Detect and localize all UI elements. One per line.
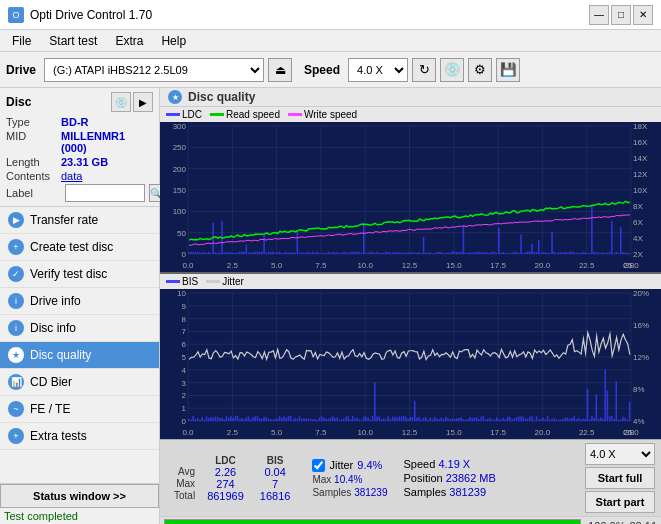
stats-max-row: Max 274 7 <box>166 478 298 490</box>
bottom-chart-legend: BIS Jitter <box>160 274 661 289</box>
position-val: 23862 MB <box>446 472 496 484</box>
type-value: BD-R <box>61 116 89 128</box>
drive-select[interactable]: (G:) ATAPI iHBS212 2.5L09 <box>44 58 264 82</box>
stats-total-row: Total 861969 16816 <box>166 490 298 502</box>
disc-arrow-btn[interactable]: ▶ <box>133 92 153 112</box>
start-full-button[interactable]: Start full <box>585 467 655 489</box>
label-row: Label 🔍 <box>6 184 153 202</box>
status-text: Test completed <box>0 508 159 524</box>
disc-length-row: Length 23.31 GB <box>6 156 153 168</box>
menu-start-test[interactable]: Start test <box>41 32 105 50</box>
toolbar: Drive (G:) ATAPI iHBS212 2.5L09 ⏏ Speed … <box>0 52 661 88</box>
label-input[interactable] <box>65 184 145 202</box>
jitter-header: Jitter 9.4% <box>312 459 387 472</box>
nav-disc-info[interactable]: i Disc info <box>0 315 159 342</box>
jitter-legend-color <box>206 280 220 283</box>
nav-drive-info[interactable]: i Drive info <box>0 288 159 315</box>
nav-label-disc-info: Disc info <box>30 321 76 335</box>
close-button[interactable]: ✕ <box>633 5 653 25</box>
bottom-chart-canvas <box>160 289 661 439</box>
type-label: Type <box>6 116 61 128</box>
disc-panel: Disc 💿 ▶ Type BD-R MID MILLENMR1 (000) L… <box>0 88 159 207</box>
jitter-max-val: 10.4% <box>334 474 362 485</box>
disc-icon-btn[interactable]: 💿 <box>440 58 464 82</box>
title-bar: O Opti Drive Control 1.70 — □ ✕ <box>0 0 661 30</box>
test-speed-select[interactable]: 4.0 X <box>585 443 655 465</box>
extra-tests-icon: + <box>8 428 24 444</box>
top-chart-panel: LDC Read speed Write speed <box>160 107 661 272</box>
progress-bar-row: 100.0% 33:11 <box>160 516 661 524</box>
bis-legend-label: BIS <box>182 276 198 287</box>
verify-test-disc-icon: ✓ <box>8 266 24 282</box>
refresh-button[interactable]: ↻ <box>412 58 436 82</box>
nav-transfer-rate[interactable]: ▶ Transfer rate <box>0 207 159 234</box>
nav-fe-te[interactable]: ~ FE / TE <box>0 396 159 423</box>
eject-button[interactable]: ⏏ <box>268 58 292 82</box>
contents-value[interactable]: data <box>61 170 82 182</box>
mid-label: MID <box>6 130 61 154</box>
menu-help[interactable]: Help <box>153 32 194 50</box>
transfer-rate-icon: ▶ <box>8 212 24 228</box>
max-ldc: 274 <box>199 478 252 490</box>
save-button[interactable]: 💾 <box>496 58 520 82</box>
avg-ldc: 2.26 <box>199 466 252 478</box>
app-title: Opti Drive Control 1.70 <box>30 8 152 22</box>
position-key: Position <box>404 472 446 484</box>
write-speed-legend-color <box>288 113 302 116</box>
avg-label: Avg <box>166 466 199 478</box>
total-label: Total <box>166 490 199 502</box>
nav-items: ▶ Transfer rate + Create test disc ✓ Ver… <box>0 207 159 483</box>
nav-verify-test-disc[interactable]: ✓ Verify test disc <box>0 261 159 288</box>
stats-bis-header: BIS <box>252 455 299 466</box>
ldc-legend-label: LDC <box>182 109 202 120</box>
speed-select[interactable]: 4.0 X <box>348 58 408 82</box>
stats-empty-header <box>166 455 199 466</box>
jitter-label: Jitter <box>329 459 353 471</box>
length-value: 23.31 GB <box>61 156 108 168</box>
length-label: Length <box>6 156 61 168</box>
progress-percent: 100.0% <box>585 520 625 524</box>
jitter-stats: Jitter 9.4% Max 10.4% Samples 381239 <box>306 459 387 498</box>
top-chart-area <box>160 122 661 272</box>
create-test-disc-icon: + <box>8 239 24 255</box>
drive-info-icon: i <box>8 293 24 309</box>
jitter-checkbox[interactable] <box>312 459 325 472</box>
progress-track <box>164 519 581 524</box>
samples-row: Samples 381239 <box>404 486 496 498</box>
nav-label-create-test: Create test disc <box>30 240 113 254</box>
minimize-button[interactable]: — <box>589 5 609 25</box>
drive-label: Drive <box>6 63 36 77</box>
nav-cd-bier[interactable]: 📊 CD Bier <box>0 369 159 396</box>
speed-row: Speed 4.19 X <box>404 458 496 470</box>
start-part-button[interactable]: Start part <box>585 491 655 513</box>
disc-title: Disc <box>6 95 31 109</box>
menu-extra[interactable]: Extra <box>107 32 151 50</box>
status-window-button[interactable]: Status window >> <box>0 484 159 508</box>
speed-label: Speed <box>304 63 340 77</box>
top-chart-legend: LDC Read speed Write speed <box>160 107 661 122</box>
jitter-legend-label: Jitter <box>222 276 244 287</box>
jitter-samples-row: Samples 381239 <box>312 487 387 498</box>
nav-disc-quality[interactable]: ★ Disc quality <box>0 342 159 369</box>
nav-label-drive-info: Drive info <box>30 294 81 308</box>
nav-extra-tests[interactable]: + Extra tests <box>0 423 159 450</box>
progress-fill <box>165 520 580 524</box>
max-bis: 7 <box>252 478 299 490</box>
nav-create-test-disc[interactable]: + Create test disc <box>0 234 159 261</box>
speed-val: 4.19 X <box>438 458 470 470</box>
write-speed-legend-label: Write speed <box>304 109 357 120</box>
max-label: Max <box>166 478 199 490</box>
settings-button[interactable]: ⚙ <box>468 58 492 82</box>
maximize-button[interactable]: □ <box>611 5 631 25</box>
bottom-stats-bar: LDC BIS Avg 2.26 0.04 Max 274 7 <box>160 439 661 516</box>
disc-icon-btn[interactable]: 💿 <box>111 92 131 112</box>
stats-avg-row: Avg 2.26 0.04 <box>166 466 298 478</box>
disc-contents-row: Contents data <box>6 170 153 182</box>
app-icon: O <box>8 7 24 23</box>
speed-position-stats: Speed 4.19 X Position 23862 MB Samples 3… <box>396 458 496 498</box>
stats-table: LDC BIS Avg 2.26 0.04 Max 274 7 <box>166 455 298 502</box>
menu-file[interactable]: File <box>4 32 39 50</box>
title-bar-controls: — □ ✕ <box>589 5 653 25</box>
charts-wrapper: LDC Read speed Write speed <box>160 107 661 439</box>
disc-quality-title-icon: ★ <box>168 90 182 104</box>
